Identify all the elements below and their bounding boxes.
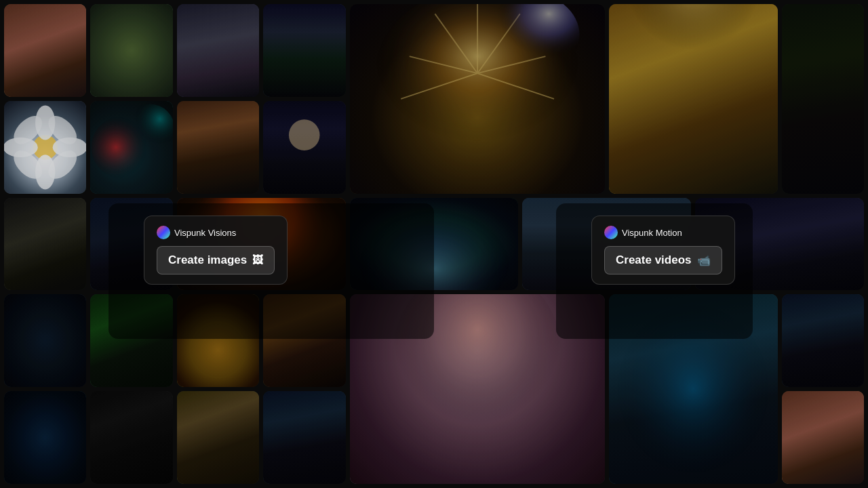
grid-cell-mushroom[interactable] [90, 101, 172, 194]
page-container: Vispunk Visions Create images 🖼 Vispunk … [0, 0, 868, 488]
grid-cell-sea-creature-top[interactable] [782, 294, 864, 387]
grid-cell-robot-tree[interactable] [782, 4, 864, 194]
create-images-label: Create images [168, 253, 247, 267]
svg-point-20 [125, 104, 173, 153]
grid-cell-flower[interactable] [4, 101, 86, 194]
image-icon: 🖼 [252, 254, 263, 266]
grid-cell-man[interactable] [177, 4, 259, 97]
grid-cell-moonscape[interactable] [263, 101, 345, 194]
video-icon: 📹 [697, 254, 711, 267]
grid-cell-autumn[interactable] [609, 4, 778, 194]
create-images-button[interactable]: Create images 🖼 [157, 246, 275, 274]
brand-row-visions: Vispunk Visions [157, 226, 275, 239]
grid-cell-salad[interactable] [90, 4, 172, 97]
grid-cell-corgi[interactable] [177, 391, 259, 484]
grid-cell-woman[interactable] [4, 4, 86, 97]
popup-motion-card: Vispunk Motion Create videos 📹 [591, 216, 735, 285]
svg-point-21 [289, 119, 320, 150]
svg-point-9 [626, 4, 761, 90]
brand-row-motion: Vispunk Motion [604, 226, 722, 239]
visions-brand-name: Vispunk Visions [174, 228, 236, 238]
grid-cell-astronaut[interactable] [4, 294, 86, 387]
create-videos-button[interactable]: Create videos 📹 [604, 246, 722, 274]
grid-cell-skeleton-bar[interactable] [177, 101, 259, 194]
grid-cell-sea-creature-bot[interactable] [263, 391, 345, 484]
grid-cell-fireworks[interactable] [350, 4, 605, 194]
motion-brand-name: Vispunk Motion [622, 228, 682, 238]
grid-cell-dark-creature[interactable] [90, 391, 172, 484]
popup-visions-card: Vispunk Visions Create images 🖼 [144, 216, 288, 285]
create-videos-label: Create videos [616, 253, 692, 267]
grid-cell-extra-bot[interactable] [782, 391, 864, 484]
grid-cell-underwater[interactable] [4, 391, 86, 484]
motion-brand-icon [604, 226, 618, 239]
grid-cell-snail[interactable] [4, 198, 86, 291]
grid-cell-mountains[interactable] [263, 4, 345, 97]
visions-brand-icon [157, 226, 170, 239]
